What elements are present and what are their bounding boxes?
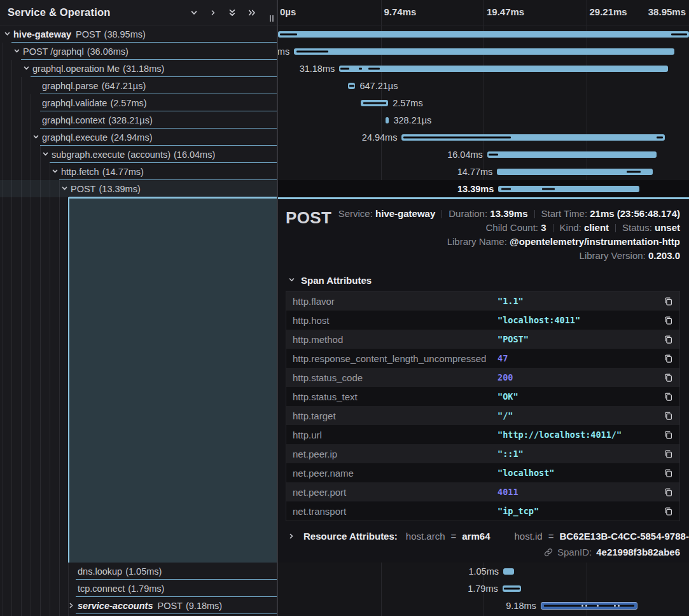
span-bar-row[interactable]: 9.18ms (278, 597, 689, 614)
span-bar-row[interactable]: 14.77ms (278, 163, 689, 180)
span-tree-rows: hive-gateway POST (38.95ms) POST /graphq… (0, 25, 277, 197)
span-tree-row[interactable]: http.fetch (14.77ms) (0, 163, 277, 180)
tree-panel-header: Service & Operation (0, 0, 277, 25)
metadata-line-3: Library Name: @opentelemetry/instrumenta… (286, 235, 680, 249)
chevron-icon[interactable] (68, 568, 78, 575)
copy-icon[interactable] (664, 449, 673, 459)
service-value: hive-gateway (375, 208, 435, 219)
span-bar-rows: 36.06ms 31.18ms 647.21µs 2.57ms 328.21µs… (278, 25, 689, 197)
copy-icon[interactable] (664, 487, 673, 497)
span-bar[interactable] (348, 83, 355, 89)
span-bar-row[interactable]: 328.21µs (278, 111, 689, 129)
chevron-icon[interactable] (13, 48, 23, 55)
row-underline (76, 613, 277, 614)
span-tree-row[interactable]: graphql.execute (24.94ms) (0, 129, 277, 146)
span-tree-row[interactable]: service-accounts POST (9.18ms) (0, 597, 277, 614)
indent-guide-line (40, 146, 41, 616)
span-bar-row[interactable]: 1.05ms (278, 563, 689, 580)
span-bar[interactable] (401, 134, 664, 141)
bar-duration-label: 328.21µs (389, 115, 436, 125)
span-tree-row[interactable]: POST /graphql (36.06ms) (0, 43, 277, 60)
span-bar[interactable] (503, 568, 514, 575)
span-bar[interactable] (541, 602, 637, 610)
copy-icon[interactable] (664, 411, 673, 421)
attribute-value: "http://localhost:4011/" (498, 430, 622, 440)
chevron-icon[interactable] (32, 99, 42, 106)
span-bar[interactable] (503, 585, 522, 592)
span-bar-row[interactable]: 1.79ms (278, 580, 689, 597)
attribute-row: http.target "/" (286, 406, 679, 425)
chevron-icon[interactable] (68, 602, 78, 609)
resource-attributes-row[interactable]: Resource Attributes: host.arch = arm64 h… (288, 531, 680, 542)
span-attributes-header[interactable]: Span Attributes (288, 275, 680, 286)
attribute-value: "::1" (498, 449, 524, 459)
copy-icon[interactable] (664, 468, 673, 478)
column-resizer-grip[interactable] (270, 15, 274, 22)
double-chevron-right-icon[interactable] (247, 8, 256, 17)
operation-name: graphql.execute (42, 132, 108, 143)
span-bar[interactable] (498, 186, 639, 192)
span-tree-row[interactable]: dns.lookup (1.05ms) (0, 563, 277, 580)
chevron-down-icon[interactable] (190, 8, 198, 17)
copy-icon[interactable] (664, 335, 673, 344)
span-tree-row[interactable]: graphql.parse (647.21µs) (0, 77, 277, 94)
copy-icon[interactable] (664, 354, 673, 363)
span-tree-row[interactable]: POST (13.39ms) (0, 180, 277, 197)
child-span-marker (671, 33, 688, 35)
chevron-icon[interactable] (42, 151, 52, 158)
attribute-value: "1.1" (498, 296, 524, 306)
double-chevron-down-icon[interactable] (228, 8, 237, 17)
span-bar-rows-bottom: 1.05ms 1.79ms 9.18ms (278, 563, 689, 614)
copy-icon[interactable] (664, 392, 673, 402)
copy-icon[interactable] (664, 297, 673, 306)
bar-duration-label: 24.94ms (358, 132, 402, 143)
span-tree-row[interactable]: graphql.context (328.21µs) (0, 111, 277, 129)
chevron-icon[interactable] (32, 134, 42, 141)
span-tree-row[interactable]: graphql.operation Me (31.18ms) (0, 60, 277, 77)
span-bar-row[interactable] (278, 25, 689, 43)
span-id-label: SpanID: (557, 547, 592, 557)
attribute-row: net.peer.port 4011 (286, 482, 679, 501)
library-name-label: Library Name: (447, 236, 507, 247)
chevron-icon[interactable] (52, 168, 61, 175)
span-bar-row[interactable]: 2.57ms (278, 94, 689, 111)
chevron-right-icon[interactable] (209, 9, 217, 17)
copy-icon[interactable] (664, 373, 673, 382)
span-id-row: SpanID: 4e21998f3b82abe6 (544, 547, 680, 557)
metadata-line-1: Service: hive-gatewayDuration: 13.39msSt… (286, 207, 680, 221)
chevron-icon[interactable] (4, 31, 13, 38)
span-bar-row[interactable]: 24.94ms (278, 129, 689, 146)
span-bar[interactable] (294, 48, 674, 55)
span-bar[interactable] (361, 100, 388, 106)
attribute-key: http.flavor (293, 296, 498, 307)
chevron-icon[interactable] (61, 185, 71, 192)
chevron-icon[interactable] (32, 116, 42, 123)
resource-attributes-title: Resource Attributes: (303, 531, 398, 542)
span-tree-row[interactable]: subgraph.execute (accounts) (16.04ms) (0, 146, 277, 163)
span-tree-row[interactable]: tcp.connect (1.79ms) (0, 580, 277, 597)
indent-guide-line (50, 163, 50, 616)
span-tree-row[interactable]: graphql.validate (2.57ms) (0, 94, 277, 111)
link-icon[interactable] (544, 548, 553, 557)
span-bar-row[interactable]: 647.21µs (278, 77, 689, 94)
span-bar[interactable] (278, 31, 689, 38)
span-bar-row[interactable]: 16.04ms (278, 146, 689, 163)
chevron-icon[interactable] (23, 65, 32, 72)
span-bar-row[interactable]: 36.06ms (278, 43, 689, 60)
span-bar-row[interactable]: 31.18ms (278, 60, 689, 77)
span-bar[interactable] (497, 169, 653, 175)
span-detail-panel: POST Service: hive-gatewayDuration: 13.3… (278, 197, 689, 563)
span-bar[interactable] (386, 117, 389, 123)
span-bar[interactable] (487, 151, 657, 158)
copy-icon[interactable] (664, 507, 673, 516)
copy-icon[interactable] (664, 430, 673, 440)
chevron-icon[interactable] (32, 82, 42, 89)
copy-icon[interactable] (664, 316, 673, 325)
span-bar[interactable] (339, 66, 668, 72)
ruler-tick: 38.95ms (648, 6, 686, 17)
chevron-icon[interactable] (68, 585, 78, 592)
attribute-key: net.peer.ip (293, 449, 498, 459)
span-bar-row[interactable]: 13.39ms (278, 180, 689, 197)
operation-name: graphql.operation Me (32, 64, 120, 74)
span-tree-row[interactable]: hive-gateway POST (38.95ms) (0, 25, 277, 43)
